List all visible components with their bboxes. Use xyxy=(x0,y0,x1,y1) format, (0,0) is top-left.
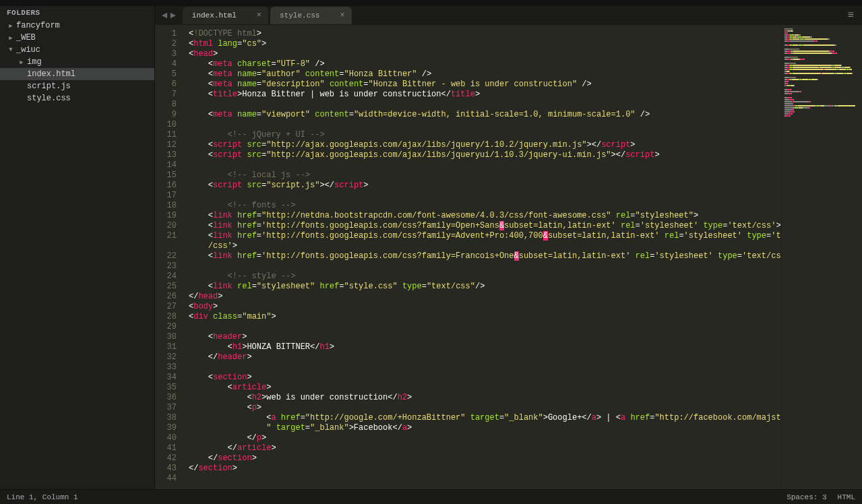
tab-bar: ◄ ► index.html×style.css× ≡ xyxy=(155,6,862,25)
tree-label: index.html xyxy=(27,69,75,79)
tree-item-img[interactable]: ▶img xyxy=(0,56,154,68)
arrow-icon: ▼ xyxy=(7,46,15,53)
gutter: 123456789101112131415161718192021 222324… xyxy=(155,25,182,489)
tree-item-index-html[interactable]: index.html xyxy=(0,68,154,80)
arrow-icon: ▶ xyxy=(7,34,15,42)
hamburger-icon[interactable]: ≡ xyxy=(847,9,854,22)
tree-item-_wiuc[interactable]: ▼_wiuc xyxy=(0,44,154,56)
minimap[interactable] xyxy=(781,25,862,489)
tree-item-fancyform[interactable]: ▶fancyform xyxy=(0,20,154,32)
editor-pane: ◄ ► index.html×style.css× ≡ 123456789101… xyxy=(155,6,862,489)
tree-label: style.css xyxy=(27,94,71,103)
tab-index-html[interactable]: index.html× xyxy=(183,7,268,24)
tree-label: script.js xyxy=(27,82,71,91)
nav-back-icon[interactable]: ◄ xyxy=(162,10,167,21)
arrow-icon: ▶ xyxy=(18,59,26,66)
tab-style-css[interactable]: style.css× xyxy=(270,7,352,24)
tree-item-style-css[interactable]: style.css xyxy=(0,92,154,104)
tree-label: img xyxy=(27,57,42,67)
folder-tree[interactable]: ▶fancyform▶_WEB▼_wiuc▶imgindex.htmlscrip… xyxy=(0,20,154,104)
arrow-icon: ▶ xyxy=(7,22,15,30)
status-bar: Line 1, Column 1 Spaces: 3 HTML xyxy=(0,489,862,504)
editor-body: 123456789101112131415161718192021 222324… xyxy=(155,25,862,489)
tree-label: _WEB xyxy=(16,33,36,42)
nav-forward-icon[interactable]: ► xyxy=(170,10,175,21)
nav-arrows: ◄ ► xyxy=(155,10,183,21)
status-lang[interactable]: HTML xyxy=(838,493,855,501)
tabs: index.html×style.css× xyxy=(183,7,354,24)
main-area: FOLDERS ▶fancyform▶_WEB▼_wiuc▶imgindex.h… xyxy=(0,6,862,489)
menubar xyxy=(0,0,862,6)
sidebar: FOLDERS ▶fancyform▶_WEB▼_wiuc▶imgindex.h… xyxy=(0,6,155,489)
tree-item-_WEB[interactable]: ▶_WEB xyxy=(0,32,154,44)
tab-label: style.css xyxy=(280,11,319,20)
tab-label: index.html xyxy=(192,11,237,20)
close-icon[interactable]: × xyxy=(257,11,261,20)
tree-item-script-js[interactable]: script.js xyxy=(0,80,154,92)
close-icon[interactable]: × xyxy=(340,11,344,20)
status-cursor: Line 1, Column 1 xyxy=(7,493,78,501)
sidebar-header: FOLDERS xyxy=(0,6,154,20)
status-spaces[interactable]: Spaces: 3 xyxy=(787,493,826,501)
tree-label: fancyform xyxy=(16,21,60,30)
tree-label: _wiuc xyxy=(16,45,40,55)
code-area[interactable]: <!DOCTYPE html> <html lang="cs"> <head> … xyxy=(182,25,781,489)
